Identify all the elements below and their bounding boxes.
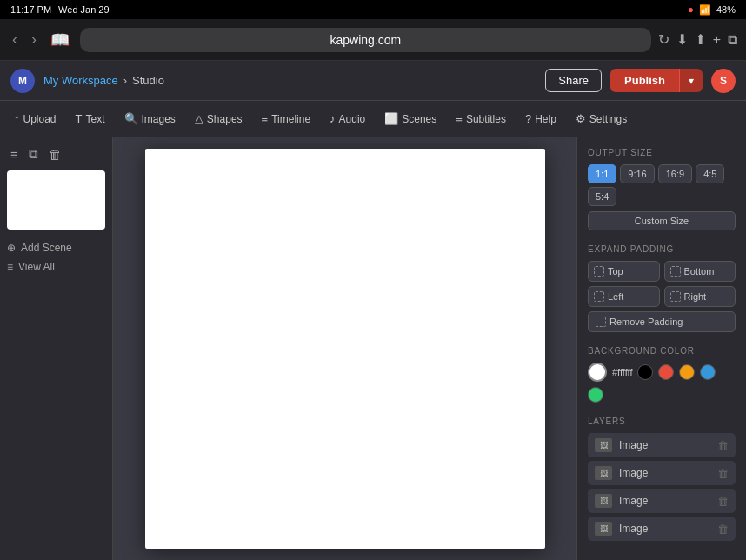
new-tab-icon[interactable]: + (713, 32, 721, 48)
toolbar-subtitles[interactable]: ≡ Subtitles (447, 107, 515, 130)
toolbar-settings[interactable]: ⚙ Settings (567, 107, 636, 130)
toolbar-upload-label: Upload (23, 113, 57, 125)
swatch-green[interactable] (588, 387, 603, 403)
padding-bottom-button[interactable]: Bottom (664, 261, 736, 282)
publish-group: Publish ▾ (610, 69, 703, 92)
layer-item-0[interactable]: 🖼 Image 🗑 (588, 433, 736, 457)
share-icon[interactable]: ⬆ (695, 31, 706, 48)
output-size-section: OUTPUT SIZE 1:1 9:16 16:9 4:5 5:4 Custom… (588, 148, 736, 230)
toolbar-help[interactable]: ? Help (516, 107, 565, 130)
toolbar-images[interactable]: 🔍 Images (116, 107, 184, 130)
toolbar-shapes[interactable]: △ Shapes (186, 107, 251, 130)
back-button[interactable]: ‹ (9, 27, 21, 52)
layer-delete-2[interactable]: 🗑 (717, 495, 729, 508)
layer-label-2: Image (619, 495, 710, 507)
size-btn-4-5[interactable]: 4:5 (696, 164, 724, 183)
layer-delete-1[interactable]: 🗑 (717, 467, 729, 480)
breadcrumb: My Workspace › Studio (43, 74, 536, 87)
view-all-button[interactable]: ≡ View All (7, 257, 105, 277)
layer-item-1[interactable]: 🖼 Image 🗑 (588, 461, 736, 485)
size-buttons: 1:1 9:16 16:9 4:5 5:4 (588, 164, 736, 206)
layers-title: LAYERS (588, 417, 736, 426)
layer-delete-0[interactable]: 🗑 (717, 439, 729, 452)
top-nav: M My Workspace › Studio Share Publish ▾ … (0, 61, 746, 101)
shapes-icon: △ (195, 112, 203, 125)
upload-icon: ↑ (14, 112, 20, 125)
canvas-content (145, 149, 545, 549)
toolbar-text-label: Text (85, 113, 104, 125)
layer-thumb-2: 🖼 (595, 494, 612, 508)
scene-list-btn[interactable]: ≡ (7, 144, 22, 163)
padding-right-button[interactable]: Right (664, 286, 736, 307)
view-all-icon: ≡ (7, 261, 13, 273)
color-preview[interactable] (588, 363, 607, 382)
swatch-black[interactable] (637, 364, 653, 380)
size-btn-5-4[interactable]: 5:4 (588, 187, 616, 206)
padding-left-label: Left (608, 291, 623, 302)
scenes-icon: ⬜ (384, 112, 398, 125)
right-panel: OUTPUT SIZE 1:1 9:16 16:9 4:5 5:4 Custom… (576, 137, 746, 560)
share-button[interactable]: Share (545, 69, 602, 92)
toolbar-settings-label: Settings (589, 113, 627, 125)
tabs-icon[interactable]: ⧉ (728, 32, 737, 48)
toolbar: ↑ Upload T Text 🔍 Images △ Shapes ≡ Time… (0, 101, 746, 137)
toolbar-images-label: Images (142, 113, 176, 125)
toolbar-upload[interactable]: ↑ Upload (5, 107, 65, 130)
custom-size-button[interactable]: Custom Size (588, 211, 736, 230)
layer-delete-3[interactable]: 🗑 (717, 523, 729, 536)
publish-arrow-button[interactable]: ▾ (679, 69, 703, 92)
layer-label-1: Image (619, 467, 710, 479)
workspace-avatar: M (10, 69, 35, 93)
breadcrumb-separator: › (123, 74, 127, 87)
layer-item-2[interactable]: 🖼 Image 🗑 (588, 489, 736, 513)
images-icon: 🔍 (124, 112, 138, 125)
pad-left-icon (594, 291, 604, 302)
padding-left-right-row: Left Right (588, 286, 736, 307)
pad-bottom-icon (670, 266, 681, 277)
text-icon: T (76, 112, 83, 125)
color-hex-value: #ffffff (612, 367, 632, 377)
record-icon: ● (688, 3, 694, 16)
page-name: Studio (132, 74, 164, 87)
download-icon[interactable]: ⬇ (676, 31, 688, 48)
bookmark-button[interactable]: 📖 (47, 27, 73, 53)
reload-icon[interactable]: ↻ (658, 31, 669, 48)
layer-item-3[interactable]: 🖼 Image 🗑 (588, 517, 736, 541)
layer-thumb-3: 🖼 (595, 522, 612, 536)
padding-left-button[interactable]: Left (588, 286, 660, 307)
main-area: ≡ ⧉ 🗑 ⊕ Add Scene ≡ View All OUTPUT SIZE… (0, 137, 746, 560)
publish-button[interactable]: Publish (610, 69, 679, 92)
battery-status: 48% (716, 4, 736, 15)
layer-label-0: Image (619, 439, 710, 451)
settings-icon: ⚙ (576, 112, 586, 125)
toolbar-audio[interactable]: ♪ Audio (321, 107, 374, 130)
url-input[interactable] (80, 28, 651, 52)
layer-thumb-1: 🖼 (595, 466, 612, 480)
scene-thumbnail[interactable] (7, 170, 105, 230)
scene-copy-btn[interactable]: ⧉ (25, 144, 42, 163)
workspace-link[interactable]: My Workspace (43, 74, 118, 87)
toolbar-scenes[interactable]: ⬜ Scenes (376, 107, 445, 130)
size-btn-16-9[interactable]: 16:9 (658, 164, 692, 183)
size-btn-9-16[interactable]: 9:16 (620, 164, 654, 183)
pad-right-icon (670, 291, 681, 302)
size-btn-1-1[interactable]: 1:1 (588, 164, 616, 183)
toolbar-timeline-label: Timeline (271, 113, 310, 125)
swatch-red[interactable] (658, 364, 674, 380)
swatch-yellow[interactable] (679, 364, 695, 380)
add-scene-button[interactable]: ⊕ Add Scene (7, 238, 105, 257)
timeline-icon: ≡ (262, 112, 269, 125)
toolbar-timeline[interactable]: ≡ Timeline (253, 107, 320, 130)
remove-padding-button[interactable]: Remove Padding (588, 311, 736, 332)
toolbar-scenes-label: Scenes (402, 113, 436, 125)
status-time: 11:17 PM (10, 4, 51, 15)
forward-button[interactable]: › (28, 27, 40, 52)
scene-delete-btn[interactable]: 🗑 (45, 144, 65, 163)
padding-top-label: Top (608, 266, 623, 277)
padding-top-button[interactable]: Top (588, 261, 660, 282)
layers-list: 🖼 Image 🗑 🖼 Image 🗑 🖼 Image 🗑 🖼 Image (588, 433, 736, 541)
toolbar-text[interactable]: T Text (67, 107, 114, 130)
swatch-blue[interactable] (700, 364, 716, 380)
padding-top-bottom-row: Top Bottom (588, 261, 736, 282)
canvas-area (113, 137, 576, 560)
